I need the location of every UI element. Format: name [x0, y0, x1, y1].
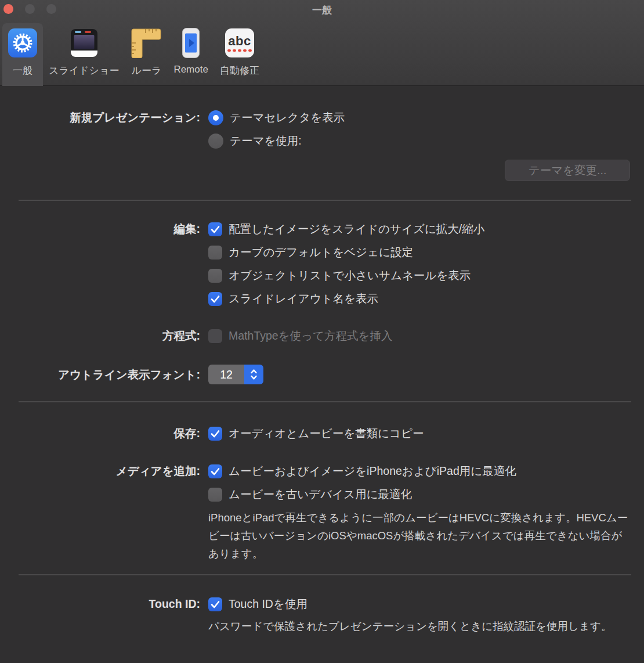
save-label: 保存: — [0, 426, 200, 441]
slideshow-icon — [69, 27, 99, 59]
checkbox-use-touch-id[interactable] — [208, 597, 222, 611]
autocorrect-icon-text: abc — [228, 35, 251, 48]
checkbox-mathtype — [208, 329, 222, 343]
window-title: 一般 — [0, 3, 644, 17]
checkbox-copy-audio-movies-label[interactable]: オーディオとムービーを書類にコピー — [229, 426, 424, 441]
outline-font-stepper-buttons[interactable] — [244, 365, 263, 384]
window-header: 一般 — [0, 0, 644, 86]
save-row: 保存: オーディオとムービーを書類にコピー — [0, 426, 424, 441]
add-media-row-2: ムービーを古いデバイス用に最適化 — [0, 487, 412, 502]
checkbox-optimize-older-devices-label[interactable]: ムービーを古いデバイス用に最適化 — [229, 487, 412, 502]
add-media-label: メディアを追加: — [0, 463, 200, 479]
divider-3 — [19, 574, 631, 575]
equation-label: 方程式: — [0, 328, 200, 344]
checkbox-small-thumbnails-label[interactable]: オブジェクトリストで小さいサムネールを表示 — [229, 268, 471, 283]
equation-row: 方程式: MathTypeを使って方程式を挿入 — [0, 328, 392, 344]
toolbar-item-general[interactable]: 一般 — [2, 23, 43, 86]
checkbox-copy-audio-movies[interactable] — [208, 427, 222, 441]
touch-id-row: Touch ID: Touch IDを使用 — [0, 596, 307, 612]
autocorrect-icon-dashes — [227, 49, 252, 52]
checkbox-curves-bezier[interactable] — [208, 246, 222, 260]
outline-font-value[interactable]: 12 — [208, 365, 244, 384]
gear-icon — [8, 27, 37, 59]
toolbar-label-autocorrect: 自動修正 — [220, 64, 259, 77]
toolbar-item-autocorrect[interactable]: abc 自動修正 — [214, 23, 265, 86]
toolbar-item-remote[interactable]: Remote — [168, 23, 214, 86]
touch-id-label: Touch ID: — [0, 597, 200, 611]
new-presentation-row-1: 新規プレゼンテーション: テーマセレクタを表示 — [0, 110, 345, 125]
checkbox-mathtype-label: MathTypeを使って方程式を挿入 — [229, 328, 392, 344]
add-media-row-1: メディアを追加: ムービーおよびイメージをiPhoneおよびiPad用に最適化 — [0, 463, 516, 479]
checkbox-use-touch-id-label[interactable]: Touch IDを使用 — [229, 596, 307, 612]
titlebar: 一般 — [0, 0, 644, 20]
toolbar-label-slideshow: スライドショー — [49, 64, 119, 77]
radio-show-theme-selector[interactable] — [208, 110, 223, 125]
checkbox-optimize-older-devices[interactable] — [208, 488, 222, 502]
toolbar: 一般 スライドショー — [2, 23, 265, 86]
editing-row-3: オブジェクトリストで小さいサムネールを表示 — [0, 268, 471, 283]
autocorrect-icon: abc — [225, 27, 254, 59]
toolbar-label-general: 一般 — [13, 64, 32, 77]
checkbox-small-thumbnails[interactable] — [208, 269, 222, 283]
chevron-up-down-icon — [249, 367, 258, 382]
outline-font-label: アウトライン表示フォント: — [0, 367, 200, 383]
checkbox-curves-bezier-label[interactable]: カーブのデフォルトをベジェに設定 — [229, 244, 413, 260]
editing-row-2: カーブのデフォルトをベジェに設定 — [0, 244, 413, 260]
checkbox-optimize-iphone-ipad[interactable] — [208, 464, 222, 478]
divider-2 — [19, 401, 631, 402]
radio-use-theme-label[interactable]: テーマを使用: — [230, 133, 302, 149]
radio-show-theme-selector-label[interactable]: テーマセレクタを表示 — [230, 110, 345, 125]
checkbox-show-layout-names[interactable] — [208, 292, 222, 306]
preferences-window: 一般 — [0, 0, 644, 663]
checkbox-scale-placed-images[interactable] — [208, 222, 222, 236]
toolbar-item-ruler[interactable]: ルーラ — [125, 23, 168, 86]
add-media-note: iPhoneとiPadで再生できるように一部のムービーはHEVCに変換されます。… — [208, 509, 630, 563]
radio-use-theme[interactable] — [208, 134, 223, 149]
toolbar-label-remote: Remote — [173, 64, 208, 75]
new-presentation-row-2: テーマを使用: — [0, 133, 302, 149]
ruler-icon — [131, 27, 162, 59]
change-theme-button[interactable]: テーマを変更... — [505, 160, 630, 181]
touch-id-note: パスワードで保護されたプレゼンテーションを開くときに指紋認証を使用します。 — [208, 617, 630, 635]
preferences-content: 新規プレゼンテーション: テーマセレクタを表示 テーマを使用: テーマを変更..… — [0, 87, 644, 663]
outline-font-stepper: 12 — [208, 365, 263, 384]
editing-label: 編集: — [0, 221, 200, 237]
editing-row-1: 編集: 配置したイメージをスライドのサイズに拡大/縮小 — [0, 221, 484, 237]
checkbox-optimize-iphone-ipad-label[interactable]: ムービーおよびイメージをiPhoneおよびiPad用に最適化 — [229, 463, 516, 479]
editing-row-4: スライドレイアウト名を表示 — [0, 291, 378, 307]
checkbox-show-layout-names-label[interactable]: スライドレイアウト名を表示 — [229, 291, 378, 307]
outline-font-row: アウトライン表示フォント: 12 — [0, 365, 263, 384]
remote-icon — [182, 27, 200, 59]
divider-1 — [19, 200, 631, 201]
toolbar-label-ruler: ルーラ — [131, 64, 161, 77]
new-presentation-label: 新規プレゼンテーション: — [0, 110, 200, 125]
toolbar-item-slideshow[interactable]: スライドショー — [43, 23, 125, 86]
checkbox-scale-placed-images-label[interactable]: 配置したイメージをスライドのサイズに拡大/縮小 — [229, 221, 484, 237]
